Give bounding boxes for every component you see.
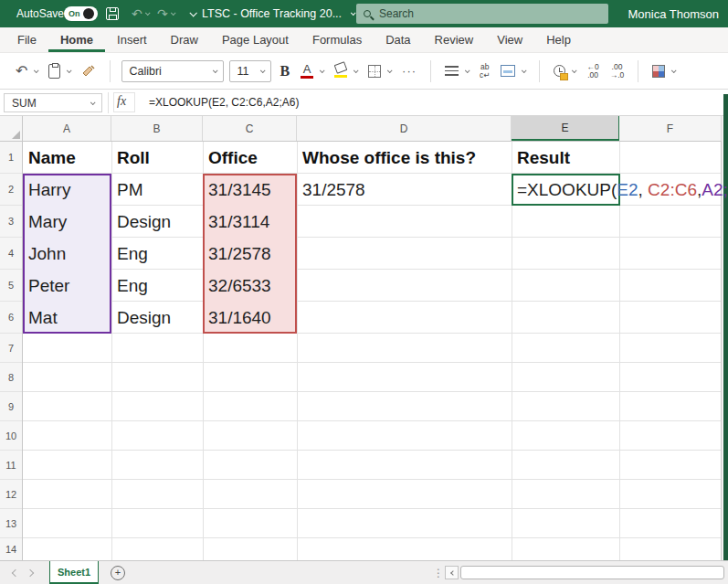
tab-insert[interactable]: Insert bbox=[105, 27, 159, 52]
row-header-5[interactable]: 5 bbox=[0, 270, 22, 302]
sheet-nav-next-button[interactable] bbox=[27, 561, 33, 584]
font-name-select[interactable]: Calibri bbox=[121, 60, 224, 82]
borders-button[interactable] bbox=[365, 61, 394, 81]
cell-b3[interactable]: Design bbox=[111, 206, 171, 238]
cell-c6[interactable]: 31/1640 bbox=[203, 302, 271, 334]
row-header-14[interactable]: 14 bbox=[0, 538, 22, 560]
document-title[interactable]: LTSC - Office Tracking 20... bbox=[190, 0, 354, 27]
cell-b4[interactable]: Eng bbox=[111, 238, 148, 270]
cell-c5[interactable]: 32/6533 bbox=[203, 270, 271, 302]
save-button[interactable] bbox=[106, 0, 119, 27]
tab-file[interactable]: File bbox=[5, 27, 48, 52]
tab-view[interactable]: View bbox=[485, 27, 534, 52]
tab-help[interactable]: Help bbox=[534, 27, 583, 52]
tab-data[interactable]: Data bbox=[374, 27, 422, 52]
tab-home[interactable]: Home bbox=[48, 27, 105, 52]
font-size-select[interactable]: 11 bbox=[229, 60, 271, 82]
paste-button[interactable] bbox=[46, 60, 73, 82]
sheet-nav-prev-button[interactable] bbox=[13, 561, 18, 584]
col-header-f[interactable]: F bbox=[619, 116, 722, 141]
col-header-c[interactable]: C bbox=[203, 116, 297, 141]
cell-d1[interactable]: Whose office is this? bbox=[297, 142, 512, 174]
row-header-11[interactable]: 11 bbox=[0, 451, 22, 480]
overflow-icon: ··· bbox=[402, 64, 417, 78]
cell-c4[interactable]: 31/2578 bbox=[203, 238, 271, 270]
row-header-13[interactable]: 13 bbox=[0, 509, 22, 538]
font-color-button[interactable]: A bbox=[298, 59, 326, 82]
name-box[interactable]: SUM bbox=[4, 93, 102, 112]
select-all-corner[interactable] bbox=[0, 116, 23, 141]
font-name-value: Calibri bbox=[129, 65, 161, 78]
user-name[interactable]: Monica Thomson bbox=[628, 0, 719, 27]
hscroll-left-button[interactable] bbox=[445, 566, 459, 579]
chevron-down-icon bbox=[387, 68, 393, 73]
sheetbar-resize-handle[interactable]: ⋮ bbox=[433, 561, 444, 584]
row-header-2[interactable]: 2 bbox=[0, 174, 22, 206]
sheet-grid[interactable]: Name Roll Office Whose office is this? R… bbox=[23, 142, 722, 560]
cell-b5[interactable]: Eng bbox=[111, 270, 148, 302]
number-format-button[interactable] bbox=[551, 61, 578, 80]
cell-a1[interactable]: Name bbox=[23, 142, 111, 174]
row-header-12[interactable]: 12 bbox=[0, 480, 22, 509]
row-header-7[interactable]: 7 bbox=[0, 334, 22, 363]
search-input[interactable] bbox=[379, 7, 562, 20]
tab-page-layout[interactable]: Page Layout bbox=[210, 27, 301, 52]
tab-formulas[interactable]: Formulas bbox=[301, 27, 374, 52]
row-header-3[interactable]: 3 bbox=[0, 206, 22, 238]
col-header-e[interactable]: E bbox=[512, 116, 619, 141]
title-bar: AutoSave On ↶ ↷ LTSC - Office Tracking 2… bbox=[0, 0, 728, 27]
merge-center-button[interactable] bbox=[498, 61, 528, 80]
cell-c3[interactable]: 31/3114 bbox=[203, 206, 269, 238]
increase-decimal-button[interactable]: ←0.00 bbox=[584, 59, 601, 83]
cell-b2[interactable]: PM bbox=[111, 174, 143, 206]
alignment-button[interactable] bbox=[442, 62, 471, 80]
new-sheet-button[interactable]: + bbox=[111, 561, 125, 584]
fill-color-button[interactable] bbox=[332, 61, 360, 81]
wrap-text-button[interactable]: abc↵ bbox=[477, 59, 492, 83]
format-painter-button[interactable] bbox=[79, 60, 99, 82]
cell-b6[interactable]: Design bbox=[111, 302, 171, 334]
cell-e2-formula[interactable]: =XLOOKUP(E2, C2:C6,A2; bbox=[517, 175, 728, 204]
row-header-10[interactable]: 10 bbox=[0, 421, 22, 451]
undo-button[interactable]: ↶ bbox=[13, 60, 40, 82]
ribbon-overflow-button[interactable]: ··· bbox=[399, 60, 419, 81]
cell-c1[interactable]: Office bbox=[203, 142, 297, 174]
col-header-a[interactable]: A bbox=[23, 116, 111, 141]
ribbon-divider bbox=[539, 60, 540, 82]
cell-a3[interactable]: Mary bbox=[23, 206, 67, 238]
fx-icon: fx bbox=[117, 94, 126, 109]
row-header-4[interactable]: 4 bbox=[0, 238, 22, 270]
decrease-decimal-button[interactable]: .00→.0 bbox=[607, 59, 628, 83]
cell-a2[interactable]: Harry bbox=[23, 174, 70, 206]
conditional-formatting-button[interactable] bbox=[649, 61, 678, 81]
bold-button[interactable]: B bbox=[277, 59, 292, 83]
fill-color-icon bbox=[334, 65, 347, 78]
cell-d2[interactable]: 31/2578 bbox=[297, 174, 365, 206]
titlebar-undo-button[interactable]: ↶ bbox=[132, 0, 149, 27]
cell-a6[interactable]: Mat bbox=[23, 302, 58, 334]
col-header-b[interactable]: B bbox=[111, 116, 203, 141]
chevron-down-icon bbox=[90, 100, 96, 105]
autosave-toggle[interactable]: On bbox=[64, 0, 98, 27]
tab-review[interactable]: Review bbox=[423, 27, 486, 52]
active-cell-e2[interactable]: =XLOOKUP(E2, C2:C6,A2; bbox=[512, 174, 620, 206]
cell-b1[interactable]: Roll bbox=[111, 142, 203, 174]
cell-c2[interactable]: 31/3145 bbox=[203, 174, 271, 206]
cell-e1[interactable]: Result bbox=[512, 142, 619, 174]
sheet-tab-sheet1[interactable]: Sheet1 bbox=[49, 561, 99, 584]
chevron-down-icon bbox=[351, 10, 356, 16]
horizontal-scrollbar[interactable] bbox=[460, 566, 724, 579]
titlebar-redo-button[interactable]: ↷ bbox=[157, 0, 174, 27]
row-header-9[interactable]: 9 bbox=[0, 392, 22, 421]
formula-input[interactable]: =XLOOKUP(E2, C2:C6,A2;A6) bbox=[149, 96, 299, 109]
row-header-1[interactable]: 1 bbox=[0, 142, 22, 174]
search-box[interactable] bbox=[356, 4, 608, 24]
chevron-down-icon bbox=[522, 68, 527, 73]
increase-decimal-icon: ←0.00 bbox=[586, 63, 598, 80]
cell-a4[interactable]: John bbox=[23, 238, 66, 270]
cell-a5[interactable]: Peter bbox=[23, 270, 69, 302]
col-header-d[interactable]: D bbox=[297, 116, 512, 141]
row-header-6[interactable]: 6 bbox=[0, 302, 22, 334]
tab-draw[interactable]: Draw bbox=[159, 27, 210, 52]
row-header-8[interactable]: 8 bbox=[0, 363, 22, 392]
